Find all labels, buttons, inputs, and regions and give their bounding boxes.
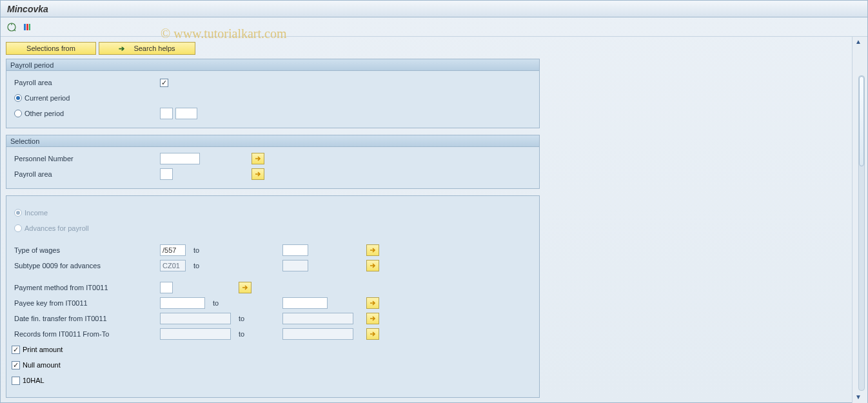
- label-print-amount: Print amount: [23, 346, 63, 353]
- advances-radio: [14, 224, 22, 232]
- other-period-radio[interactable]: [14, 110, 22, 117]
- window-title: Mincovka: [1, 1, 867, 17]
- title-text: Mincovka: [7, 4, 48, 14]
- label-other-period: Other period: [25, 110, 64, 117]
- print-amount-checkbox[interactable]: [12, 346, 20, 354]
- date-fin-to: [282, 313, 353, 324]
- svg-rect-3: [29, 24, 30, 30]
- label-payroll-area-sel: Payroll area: [12, 170, 160, 178]
- payee-key-from[interactable]: [160, 297, 205, 309]
- date-fin-multi[interactable]: [366, 313, 379, 324]
- label-date-fin: Date fin. transfer from IT0011: [12, 315, 160, 322]
- other-period-input-1[interactable]: [160, 108, 173, 119]
- selections-from-button[interactable]: Selections from: [6, 42, 96, 55]
- group-selection: Selection Personnel Number Payroll area: [6, 135, 540, 189]
- scrollbar[interactable]: [858, 75, 865, 391]
- payroll-area-input[interactable]: [160, 168, 173, 180]
- payee-key-to[interactable]: [282, 297, 328, 309]
- label-type-of-wages: Type of wages: [12, 246, 160, 254]
- records-to: [282, 328, 353, 340]
- subtype-multi[interactable]: [366, 260, 379, 271]
- records-multi[interactable]: [366, 328, 379, 340]
- arrow-right-icon: ➔: [119, 44, 124, 53]
- subtype-to: [282, 260, 308, 271]
- label-payee-key: Payee key from IT0011: [12, 299, 160, 307]
- svg-rect-1: [24, 24, 26, 30]
- label-tenhal: 10HAL: [23, 377, 44, 384]
- to-label: to: [205, 299, 282, 307]
- label-personnel-number: Personnel Number: [12, 155, 160, 162]
- records-from: [160, 328, 231, 340]
- group-header: Selection: [6, 135, 539, 147]
- date-fin-from: [160, 313, 231, 324]
- payment-method-input[interactable]: [160, 282, 173, 293]
- to-label: to: [231, 330, 282, 338]
- group-parameters: Income Advances for payroll Type of wage…: [6, 195, 540, 398]
- to-label: to: [186, 262, 282, 270]
- svg-rect-2: [26, 24, 28, 30]
- label-advances: Advances for payroll: [25, 224, 89, 232]
- scroll-up-icon[interactable]: ▲: [855, 38, 864, 47]
- label-null-amount: Null amount: [23, 361, 61, 369]
- personnel-number-input[interactable]: [160, 153, 200, 164]
- current-period-radio[interactable]: [14, 94, 22, 102]
- type-of-wages-to[interactable]: [282, 244, 308, 256]
- tenhal-checkbox[interactable]: [12, 377, 20, 385]
- personnel-number-multi-button[interactable]: [252, 153, 264, 164]
- variant-icon[interactable]: [21, 21, 33, 33]
- label-current-period: Current period: [25, 94, 70, 102]
- type-of-wages-multi[interactable]: [366, 244, 379, 256]
- payment-method-multi[interactable]: [239, 282, 252, 293]
- label-income: Income: [25, 209, 48, 217]
- subtype-from: [160, 260, 186, 271]
- main-content: Selections from ➔Search helps Payroll pe…: [1, 37, 852, 403]
- label-payment-method: Payment method from IT0011: [12, 284, 160, 291]
- type-of-wages-from[interactable]: [160, 244, 186, 256]
- null-amount-checkbox[interactable]: [12, 361, 20, 369]
- label-payroll-area: Payroll area: [12, 79, 160, 86]
- other-period-input-2[interactable]: [175, 108, 197, 119]
- payroll-area-checkbox[interactable]: [160, 79, 168, 87]
- to-label: to: [231, 315, 282, 322]
- label-records: Records form IT0011 From-To: [12, 330, 160, 338]
- label-subtype: Subtype 0009 for advances: [12, 262, 160, 270]
- search-helps-button[interactable]: ➔Search helps: [99, 42, 195, 55]
- scrollbar-thumb[interactable]: [859, 76, 864, 166]
- app-toolbar: [1, 17, 867, 37]
- scroll-down-icon[interactable]: ▼: [855, 393, 864, 402]
- income-radio: [14, 209, 22, 217]
- execute-icon[interactable]: [6, 21, 17, 33]
- payee-key-multi[interactable]: [366, 297, 379, 309]
- to-label: to: [186, 246, 282, 254]
- group-header: Payroll period: [6, 59, 539, 71]
- scroll-column: ▲ ▼: [852, 37, 867, 403]
- group-payroll-period: Payroll period Payroll area Current peri…: [6, 59, 540, 128]
- payroll-area-multi-button[interactable]: [252, 168, 264, 180]
